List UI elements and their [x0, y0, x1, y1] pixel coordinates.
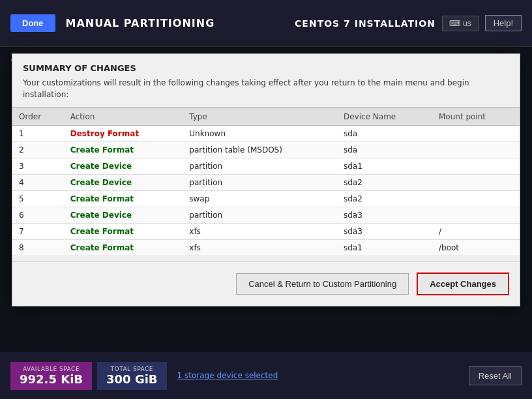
keyboard-button[interactable]: ⌨ us: [442, 16, 479, 31]
cell-order: 2: [12, 142, 64, 158]
cell-order: 3: [12, 158, 64, 175]
keyboard-icon: ⌨: [449, 19, 460, 28]
storage-info: AVAILABLE SPACE 992.5 KiB TOTAL SPACE 30…: [10, 362, 278, 390]
cell-order: 4: [12, 175, 64, 191]
changes-table-wrapper: Order Action Type Device Name Mount poin…: [12, 107, 520, 256]
bottom-bar: AVAILABLE SPACE 992.5 KiB TOTAL SPACE 30…: [0, 352, 532, 399]
cell-device: sda: [337, 126, 432, 142]
cell-mount: [432, 191, 520, 207]
reset-all-button[interactable]: Reset All: [469, 366, 522, 385]
cell-mount: [432, 158, 520, 175]
cell-action: Create Device: [64, 158, 183, 175]
help-button[interactable]: Help!: [485, 15, 522, 31]
cell-mount: [432, 207, 520, 224]
table-row: 3 Create Device partition sda1: [12, 158, 520, 175]
changes-table: Order Action Type Device Name Mount poin…: [12, 108, 520, 256]
available-space-box: AVAILABLE SPACE 992.5 KiB: [10, 362, 92, 390]
cell-mount: [432, 142, 520, 158]
background-content: ▼ New CentOS 7 Installation sda1 SUMMARY…: [0, 47, 532, 399]
cell-order: 8: [12, 240, 64, 256]
col-type: Type: [183, 108, 337, 126]
available-value: 992.5 KiB: [20, 372, 83, 386]
cell-mount: [432, 126, 520, 142]
table-row: 2 Create Format partition table (MSDOS) …: [12, 142, 520, 158]
summary-modal: SUMMARY OF CHANGES Your customizations w…: [12, 53, 520, 306]
cell-action: Create Format: [64, 191, 183, 207]
cell-device: sda1: [337, 240, 432, 256]
table-row: 1 Destroy Format Unknown sda: [12, 126, 520, 142]
cell-type: xfs: [183, 224, 337, 240]
cell-action: Create Format: [64, 142, 183, 158]
cell-mount: /: [432, 224, 520, 240]
col-order: Order: [12, 108, 64, 126]
cell-action: Create Device: [64, 175, 183, 191]
cell-type: xfs: [183, 240, 337, 256]
cell-device: sda3: [337, 224, 432, 240]
table-row: 5 Create Format swap sda2: [12, 191, 520, 207]
total-label: TOTAL SPACE: [111, 366, 153, 372]
cell-device: sda1: [337, 158, 432, 175]
col-device: Device Name: [337, 108, 432, 126]
table-header-row: Order Action Type Device Name Mount poin…: [12, 108, 520, 126]
cell-device: sda2: [337, 191, 432, 207]
cell-type: partition table (MSDOS): [183, 142, 337, 158]
done-button[interactable]: Done: [10, 14, 55, 32]
centos-label: CENTOS 7 INSTALLATION: [295, 18, 436, 29]
cell-type: partition: [183, 175, 337, 191]
header: Done MANUAL PARTITIONING CENTOS 7 INSTAL…: [0, 0, 532, 47]
cell-type: swap: [183, 191, 337, 207]
cancel-button[interactable]: Cancel & Return to Custom Partitioning: [236, 273, 409, 295]
cell-type: Unknown: [183, 126, 337, 142]
total-value: 300 GiB: [106, 372, 158, 386]
table-row: 7 Create Format xfs sda3 /: [12, 224, 520, 240]
cell-type: partition: [183, 207, 337, 224]
accept-changes-button[interactable]: Accept Changes: [417, 273, 509, 295]
cell-action: Create Device: [64, 207, 183, 224]
total-space-box: TOTAL SPACE 300 GiB: [97, 362, 167, 390]
cell-order: 6: [12, 207, 64, 224]
cell-device: sda: [337, 142, 432, 158]
header-left: Done MANUAL PARTITIONING: [10, 14, 214, 32]
cell-action: Create Format: [64, 240, 183, 256]
modal-footer: Cancel & Return to Custom Partitioning A…: [12, 261, 520, 306]
cell-device: sda3: [337, 207, 432, 224]
modal-overlay: SUMMARY OF CHANGES Your customizations w…: [0, 47, 532, 399]
cell-order: 1: [12, 126, 64, 142]
modal-title: SUMMARY OF CHANGES: [12, 54, 520, 77]
col-mount: Mount point: [432, 108, 520, 126]
table-row: 8 Create Format xfs sda1 /boot: [12, 240, 520, 256]
table-row: 4 Create Device partition sda2: [12, 175, 520, 191]
col-action: Action: [64, 108, 183, 126]
header-right: CENTOS 7 INSTALLATION ⌨ us Help!: [295, 15, 522, 31]
available-label: AVAILABLE SPACE: [23, 366, 80, 372]
cell-action: Destroy Format: [64, 126, 183, 142]
cell-order: 7: [12, 224, 64, 240]
cell-order: 5: [12, 191, 64, 207]
cell-mount: /boot: [432, 240, 520, 256]
table-row: 6 Create Device partition sda3: [12, 207, 520, 224]
page-title: MANUAL PARTITIONING: [66, 17, 215, 29]
cell-device: sda2: [337, 175, 432, 191]
storage-device-link[interactable]: 1 storage device selected: [177, 371, 278, 380]
modal-description: Your customizations will result in the f…: [12, 77, 520, 107]
cell-type: partition: [183, 158, 337, 175]
cell-mount: [432, 175, 520, 191]
cell-action: Create Format: [64, 224, 183, 240]
keyboard-lang: us: [463, 19, 471, 28]
